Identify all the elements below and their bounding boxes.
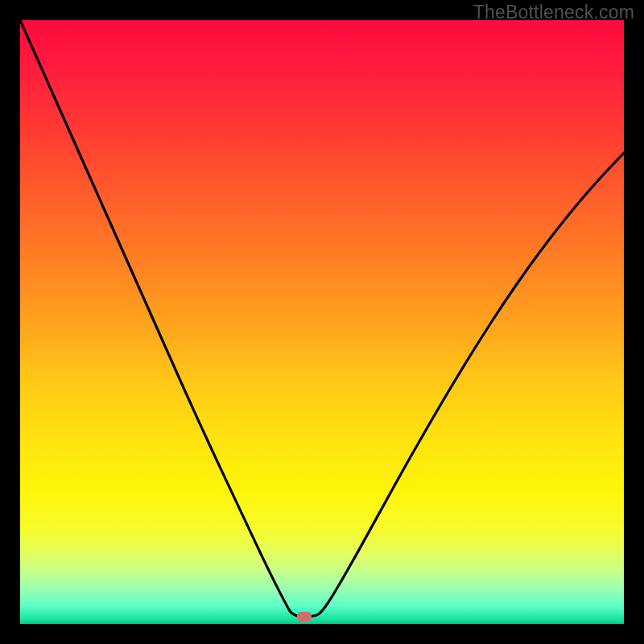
bottleneck-curve bbox=[20, 20, 624, 624]
plot-area bbox=[20, 20, 624, 624]
chart-frame: TheBottleneck.com bbox=[0, 0, 644, 644]
optimal-point-marker bbox=[297, 612, 312, 621]
watermark-text: TheBottleneck.com bbox=[473, 2, 634, 23]
